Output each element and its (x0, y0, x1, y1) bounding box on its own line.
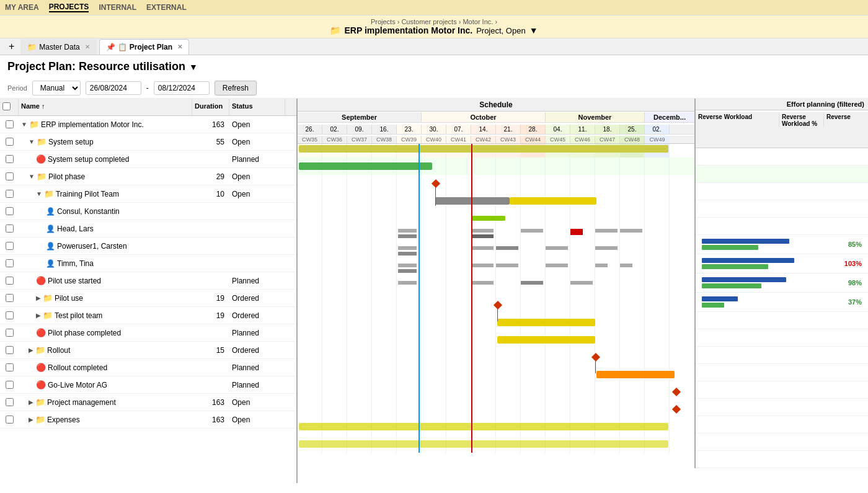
gcell (570, 158, 595, 175)
tab-master-data-close[interactable]: ✕ (85, 43, 90, 50)
row-check[interactable] (6, 155, 14, 163)
reverse-workload-header[interactable]: Reverse Workload (696, 112, 779, 128)
check-header (0, 99, 19, 115)
row-check[interactable] (6, 259, 14, 267)
row-name[interactable]: 🔴 Go-Live Motor AG (19, 379, 192, 391)
refresh-button[interactable]: Refresh (215, 81, 257, 95)
reverse-header[interactable]: Reverse (824, 112, 868, 128)
expand-icon[interactable]: ▶ (36, 312, 41, 319)
page-title-bar: Project Plan: Resource utilisation ▼ (0, 55, 868, 78)
gcell (645, 279, 670, 296)
row-check[interactable] (6, 346, 14, 354)
util-bar (546, 246, 568, 250)
row-check[interactable] (6, 363, 14, 371)
row-check[interactable] (6, 207, 14, 215)
row-name[interactable]: ▼ 📁 System setup (19, 136, 192, 148)
gcell (422, 349, 446, 366)
effort-bar-green (702, 283, 761, 288)
nav-external[interactable]: EXTERNAL (146, 3, 187, 12)
cw-headers: CW35 CW36 CW37 CW38 CW39 CW40 CW41 CW42 … (298, 136, 694, 144)
milestone-icon: 🔴 (36, 363, 46, 372)
row-check[interactable] (6, 242, 14, 250)
util-bar (595, 229, 618, 233)
nav-projects[interactable]: PROJECTS (49, 2, 89, 12)
duration-header[interactable]: Duration (192, 99, 229, 115)
row-name[interactable]: 🔴 Rollout completed (19, 362, 192, 373)
row-name[interactable]: 👤 Head, Lars (19, 223, 192, 234)
status-header[interactable]: Status (229, 99, 285, 115)
effort-empty-header (696, 127, 868, 148)
row-name[interactable]: 👤 Poweruser1, Carsten (19, 241, 192, 252)
gcell (496, 401, 521, 418)
row-check[interactable] (6, 311, 14, 319)
row-name[interactable]: ▼ 📁 Training Pilot Team (19, 188, 192, 200)
expand-icon[interactable]: ▼ (29, 173, 35, 180)
gcell (322, 296, 347, 314)
row-name[interactable]: 🔴 System setup completed (19, 153, 192, 165)
row-check[interactable] (6, 138, 14, 146)
gcell (570, 296, 595, 314)
expand-icon[interactable]: ▶ (29, 416, 33, 423)
add-tab-button[interactable]: + (5, 38, 18, 55)
row-name[interactable]: ▶ 📁 Pilot use (19, 292, 192, 304)
row-name[interactable]: ▼ 📁 Pilot phase (19, 171, 192, 182)
row-name[interactable]: 👤 Timm, Tina (19, 258, 192, 269)
row-name[interactable]: 👤 Consul, Konstantin (19, 206, 192, 217)
gcell (496, 366, 521, 383)
row-name[interactable]: 🔴 Pilot phase completed (19, 327, 192, 339)
row-check[interactable] (6, 329, 14, 337)
row-check[interactable] (6, 172, 14, 180)
row-name[interactable]: ▶ 📁 Rollout (19, 344, 192, 356)
gantt-bar-proj-mgmt (299, 423, 668, 430)
date-to-input[interactable] (154, 81, 210, 95)
expand-icon[interactable]: ▼ (29, 138, 35, 145)
row-check[interactable] (6, 224, 14, 233)
breadcrumb-arrow-icon[interactable]: ▼ (529, 25, 538, 35)
tab-project-plan-close[interactable]: ✕ (177, 43, 182, 50)
gcell (322, 349, 347, 366)
row-check[interactable] (6, 415, 14, 424)
row-label: Pilot phase (48, 172, 85, 181)
select-all-checkbox[interactable] (2, 102, 11, 110)
effort-col-headers: Reverse Workload Reverse Workload % Reve… (696, 112, 868, 129)
nav-internal[interactable]: INTERNAL (99, 3, 136, 12)
tab-project-plan[interactable]: 📌 📋 Project Plan ✕ (99, 39, 189, 55)
tab-master-data[interactable]: 📁 Master Data ✕ (20, 39, 96, 55)
gcell (347, 279, 372, 296)
row-check[interactable] (6, 294, 14, 302)
row-check[interactable] (6, 381, 14, 389)
user-icon: 👤 (46, 259, 55, 268)
row-check[interactable] (6, 120, 14, 128)
expand-icon[interactable]: ▶ (29, 399, 33, 406)
period-select[interactable]: Manual (32, 81, 81, 95)
row-name[interactable]: ▼ 📁 ERP implementation Motor Inc. (19, 118, 192, 130)
nav-my-area[interactable]: MY AREA (5, 3, 39, 12)
row-check[interactable] (6, 398, 14, 406)
cw: CW36 (322, 136, 347, 143)
row-name[interactable]: 🔴 Pilot use started (19, 275, 192, 286)
gcell (595, 401, 620, 418)
gantt-row (298, 175, 694, 192)
reverse-workload-pct-header[interactable]: Reverse Workload % (779, 112, 824, 128)
user-icon: 👤 (46, 207, 55, 216)
name-header[interactable]: Name ↑ (19, 99, 192, 115)
util-bar (595, 264, 608, 267)
effort-row (696, 347, 868, 364)
row-name[interactable]: ▶ 📁 Expenses (19, 414, 192, 425)
gcell (496, 158, 521, 175)
expand-icon[interactable]: ▶ (36, 295, 41, 301)
expand-icon[interactable]: ▶ (29, 347, 33, 353)
expand-icon[interactable]: ▼ (21, 121, 27, 128)
row-check[interactable] (6, 190, 14, 198)
gcell (322, 262, 347, 279)
page-title-arrow[interactable]: ▼ (189, 62, 198, 72)
row-check[interactable] (6, 277, 14, 285)
row-name[interactable]: ▶ 📁 Test pilot team (19, 309, 192, 321)
gantt-bar-expenses (299, 440, 668, 448)
gantt-bar-erp (299, 145, 668, 153)
row-name[interactable]: ▶ 📁 Project management (19, 396, 192, 408)
util-bar (398, 264, 417, 267)
breadcrumb-title[interactable]: 📁 ERP implementation Motor Inc. Project,… (330, 25, 538, 35)
date-from-input[interactable] (86, 81, 141, 95)
expand-icon[interactable]: ▼ (36, 190, 42, 197)
